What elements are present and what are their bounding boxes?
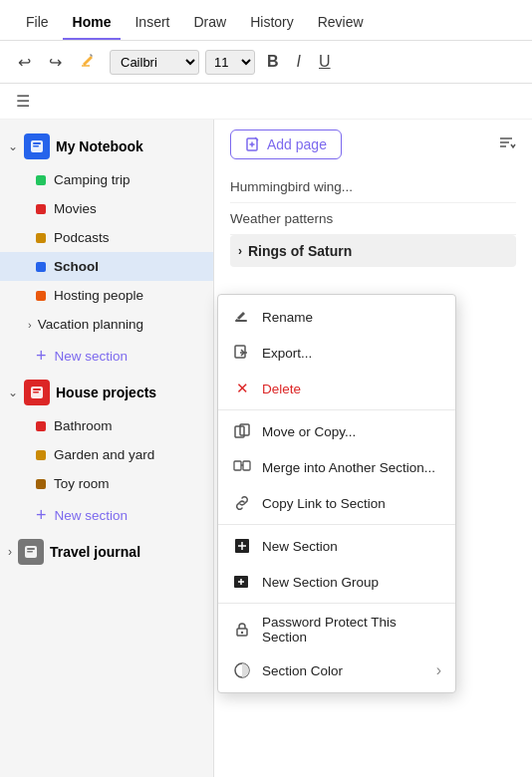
move-copy-icon	[232, 421, 252, 441]
svg-point-28	[241, 632, 243, 634]
menu-home[interactable]: Home	[63, 8, 122, 40]
section-toy-room[interactable]: Toy room	[0, 469, 213, 498]
section-vacation-planning[interactable]: › Vacation planning	[0, 310, 213, 339]
redo-button[interactable]: ↪	[43, 49, 68, 76]
notebook-travel-journal[interactable]: › Travel journal	[0, 533, 213, 571]
new-section-icon	[232, 536, 252, 556]
ctx-separator-1	[218, 409, 455, 410]
svg-rect-20	[243, 461, 250, 470]
section-label-garden: Garden and yard	[54, 447, 154, 462]
section-label-podcasts: Podcasts	[54, 230, 110, 245]
page-weather-patterns[interactable]: Weather patterns	[230, 203, 516, 235]
ctx-move-copy[interactable]: Move or Copy...	[218, 413, 455, 449]
section-movies[interactable]: Movies	[0, 194, 213, 223]
ctx-delete-label: Delete	[262, 382, 301, 396]
section-bathroom[interactable]: Bathroom	[0, 411, 213, 440]
rings-of-saturn-section[interactable]: › Rings of Saturn	[230, 235, 516, 267]
notebook-title-travel: Travel journal	[50, 544, 140, 560]
section-podcasts[interactable]: Podcasts	[0, 223, 213, 252]
notebook-my-notebook[interactable]: ⌄ My Notebook	[0, 128, 213, 165]
hamburger-bar: ☰	[0, 84, 532, 120]
undo-button[interactable]: ↩	[12, 49, 37, 76]
bold-button[interactable]: B	[261, 49, 285, 75]
chevron-down-icon: ⌄	[8, 139, 18, 153]
ctx-export-label: Export...	[262, 346, 312, 361]
new-section-group-icon	[232, 572, 252, 592]
chevron-right-color-icon: ›	[436, 661, 441, 679]
section-garden[interactable]: Garden and yard	[0, 440, 213, 469]
section-camping-trip[interactable]: Camping trip	[0, 165, 213, 194]
hamburger-icon[interactable]: ☰	[16, 93, 30, 110]
add-page-label: Add page	[267, 136, 327, 152]
menu-bar: File Home Insert Draw History Review	[0, 0, 532, 41]
add-page-icon	[245, 136, 261, 152]
notebook-title-house: House projects	[56, 385, 156, 400]
ctx-copy-link-label: Copy Link to Section	[262, 496, 386, 511]
ctx-new-section-group-label: New Section Group	[262, 575, 379, 590]
svg-rect-3	[33, 145, 39, 147]
ctx-section-color[interactable]: Section Color ›	[218, 652, 455, 688]
ctx-merge[interactable]: Merge into Another Section...	[218, 449, 455, 485]
ctx-password[interactable]: Password Protect This Section	[218, 607, 455, 652]
section-dot-garden	[36, 450, 46, 460]
ctx-new-section-group[interactable]: New Section Group	[218, 564, 455, 600]
section-school[interactable]: School	[0, 252, 213, 281]
copy-link-icon	[232, 493, 252, 513]
new-section-house[interactable]: + New section	[0, 498, 213, 533]
context-menu: Rename Export... ✕ Delete Move or Copy..…	[217, 294, 456, 693]
section-dot-school	[36, 262, 46, 272]
sidebar: ⌄ My Notebook Camping trip Movies Podcas…	[0, 120, 214, 777]
new-section-my-notebook[interactable]: + New section	[0, 339, 213, 374]
sort-icon[interactable]	[496, 133, 516, 158]
notebook-house-projects[interactable]: ⌄ House projects	[0, 374, 213, 411]
password-icon	[232, 620, 252, 640]
delete-icon: ✕	[232, 379, 252, 398]
ctx-separator-3	[218, 603, 455, 604]
ctx-delete[interactable]: ✕ Delete	[218, 371, 455, 406]
section-label-bathroom: Bathroom	[54, 418, 113, 433]
plus-icon-house: +	[36, 505, 47, 526]
color-icon	[232, 660, 252, 680]
ctx-new-section[interactable]: New Section	[218, 528, 455, 564]
menu-review[interactable]: Review	[308, 8, 374, 40]
font-size-selector[interactable]: 11	[205, 50, 255, 75]
menu-draw[interactable]: Draw	[183, 8, 236, 40]
section-hosting-people[interactable]: Hosting people	[0, 281, 213, 310]
chevron-right-icon-travel: ›	[8, 545, 12, 559]
chevron-down-icon-house: ⌄	[8, 386, 18, 399]
underline-button[interactable]: U	[313, 49, 337, 75]
ctx-new-section-label: New Section	[262, 539, 338, 554]
svg-rect-6	[33, 391, 39, 393]
page-hummingbird[interactable]: Hummingbird wing...	[230, 171, 516, 203]
notebook-icon-travel	[18, 539, 44, 565]
section-label-toy-room: Toy room	[54, 476, 110, 491]
new-section-label-my-notebook: New section	[55, 349, 129, 364]
ctx-copy-link[interactable]: Copy Link to Section	[218, 485, 455, 521]
notebook-icon-house	[24, 380, 50, 405]
merge-icon	[232, 457, 252, 477]
add-page-button[interactable]: Add page	[230, 130, 342, 159]
ctx-section-color-left: Section Color	[232, 660, 343, 680]
ctx-export[interactable]: Export...	[218, 335, 455, 371]
menu-insert[interactable]: Insert	[125, 8, 179, 40]
chevron-right-rings-icon: ›	[238, 244, 242, 258]
svg-rect-2	[33, 142, 41, 144]
section-label-hosting: Hosting people	[54, 288, 143, 303]
toolbar: ↩ ↪ Cailbri 11 B I U	[0, 41, 532, 84]
section-label-movies: Movies	[54, 201, 97, 216]
ctx-password-label: Password Protect This Section	[262, 615, 441, 645]
highlight-button[interactable]	[74, 47, 104, 77]
section-dot-movies	[36, 204, 46, 214]
new-section-label-house: New section	[55, 508, 129, 523]
ctx-rename[interactable]: Rename	[218, 299, 455, 335]
font-selector[interactable]: Cailbri	[110, 50, 199, 75]
ctx-rename-label: Rename	[262, 310, 313, 325]
menu-file[interactable]: File	[16, 8, 59, 40]
section-label-vacation: Vacation planning	[38, 317, 143, 332]
rename-icon	[232, 307, 252, 327]
menu-history[interactable]: History	[240, 8, 304, 40]
notebook-icon-my-notebook	[24, 133, 50, 159]
rings-section-label: Rings of Saturn	[248, 243, 352, 259]
italic-button[interactable]: I	[291, 49, 307, 75]
section-dot-camping	[36, 175, 46, 185]
